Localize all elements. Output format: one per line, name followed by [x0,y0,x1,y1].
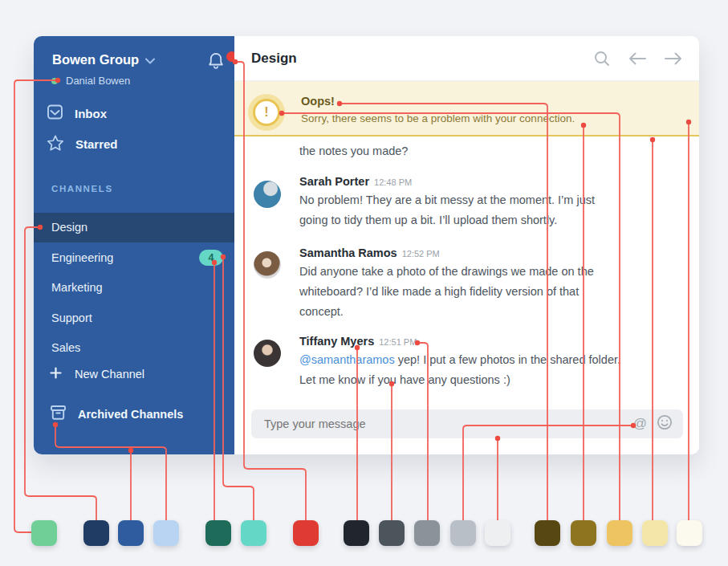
banner-message: Sorry, there seems to be a problem with … [301,112,575,124]
star-icon [47,134,64,154]
swatch-banner-cream [677,520,702,546]
swatch-accent-light-blue [153,520,179,546]
arrow-right-icon[interactable] [664,51,683,66]
design-spec-page: { "annotation": { "line_color": "#F2625A… [0,0,728,566]
swatch-selected-navy [83,520,109,546]
channel-label: Engineering [51,251,113,264]
warning-icon: ! [253,99,280,126]
channel-title: Design [251,51,297,67]
current-user-name: Danial Bowen [66,75,130,87]
channel-label: Design [51,221,87,234]
channels-section-header: CHANNELS [51,184,113,193]
channel-label: Sales [51,341,80,354]
swatch-text-gray [414,520,440,546]
archived-channels-button[interactable]: Archived Channels [50,405,183,423]
message-composer[interactable]: @ [251,409,683,438]
banner-title: Oops! [301,95,335,108]
plus-icon [50,367,62,381]
notifications-button[interactable] [207,51,231,74]
bell-icon [207,59,225,73]
channel-item-sales[interactable]: Sales [34,333,234,363]
message-timestamp: 12:48 PM [374,177,412,187]
swatch-badge-light-teal [241,520,266,546]
message-timestamp: 12:51 PM [379,337,417,347]
channel-item-marketing[interactable]: Marketing [34,273,234,303]
channel-item-engineering[interactable]: Engineering 4 [34,243,234,273]
conversation-pane: Design ! Oops! Sorry, there seems to be … [234,36,699,454]
swatch-surface-off-white [485,520,510,546]
channel-label: Marketing [51,281,103,294]
message-continuation: the notes you made? [299,141,408,161]
swatch-alert-red [293,520,319,546]
workspace-name: Bowen Group [52,52,139,67]
chat-app-window: Bowen Group Danial Bowen Inbox S [34,36,699,454]
swatch-badge-text-teal [205,520,231,546]
channel-item-support[interactable]: Support [34,303,234,333]
chevron-down-icon [145,52,155,67]
archived-channels-label: Archived Channels [78,408,183,421]
swatch-banner-yellow [607,520,632,546]
new-channel-label: New Channel [75,368,144,381]
current-user: Danial Bowen [51,75,130,87]
new-channel-button[interactable]: New Channel [50,367,144,381]
swatch-icon-light-gray [450,520,476,546]
message-author: Tiffany Myers [299,335,374,348]
avatar-sarah-porter [254,181,281,208]
conversation-header: Design [234,36,699,81]
avatar-tiffany-myers [254,340,281,367]
workspace-switcher[interactable]: Bowen Group [52,52,155,67]
notification-dot [226,51,234,62]
connection-warning-banner: ! Oops! Sorry, there seems to be a probl… [234,81,699,136]
message-author: Samantha Ramos [299,246,397,259]
sidebar-item-starred[interactable]: Starred [47,134,118,154]
message-timestamp: 12:52 PM [402,249,440,259]
search-icon[interactable] [593,50,611,67]
sidebar: Bowen Group Danial Bowen Inbox S [34,36,234,454]
sidebar-item-inbox[interactable]: Inbox [47,104,107,123]
swatch-text-charcoal [344,520,369,546]
sidebar-item-label: Starred [75,137,118,151]
swatch-banner-olive [571,520,596,546]
swatch-status-green [31,520,57,546]
arrow-left-icon[interactable] [628,51,647,66]
archive-icon [50,405,67,423]
swatch-sidebar-blue [118,520,144,546]
mention-link[interactable]: @samantharamos [299,353,395,366]
message-input[interactable] [264,417,633,430]
sidebar-item-label: Inbox [75,107,107,120]
channel-item-design[interactable]: Design [34,213,234,242]
swatch-banner-dark-olive [535,520,560,546]
channel-label: Support [51,312,92,324]
inbox-icon [47,104,63,123]
message-author: Sarah Porter [299,175,369,188]
online-status-dot [51,78,58,84]
unread-badge: 4 [199,250,223,266]
at-mention-icon[interactable]: @ [633,416,647,432]
emoji-icon[interactable] [657,414,673,434]
avatar-samantha-ramos [254,251,281,279]
swatch-text-dark-gray [379,520,405,546]
swatch-banner-pale-yellow [642,520,668,546]
